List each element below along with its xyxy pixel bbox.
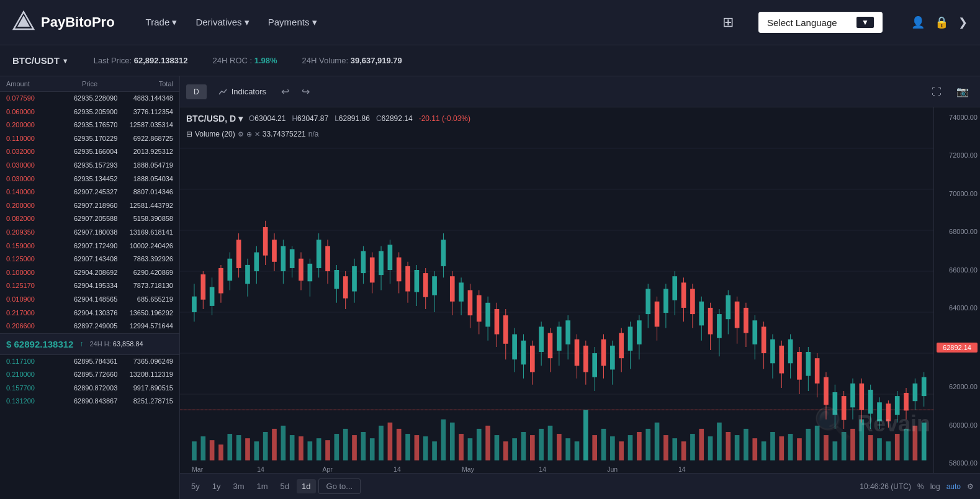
svg-rect-183: [583, 346, 588, 372]
language-selector[interactable]: Select Language ▼: [758, 12, 883, 33]
svg-rect-53: [565, 438, 570, 461]
svg-rect-42: [468, 438, 473, 461]
volume-label[interactable]: ⊟ Volume (20) ⚙ ⊕ ✕ 33.74375221 n/a: [186, 130, 318, 138]
buy-row[interactable]: 0.11710062895.7843617365.096249: [0, 355, 179, 369]
log-btn[interactable]: log: [930, 482, 940, 491]
svg-rect-27: [335, 434, 339, 461]
sell-row[interactable]: 0.10000062904.2086926290.420869: [0, 266, 179, 280]
svg-rect-49: [530, 435, 535, 461]
sell-row[interactable]: 0.20000062907.21896012581.443792: [0, 199, 179, 213]
svg-rect-66: [681, 441, 686, 460]
navbar: PayBitoPro Trade ▾ Derivatives ▾ Payment…: [0, 0, 980, 45]
svg-rect-233: [806, 352, 811, 376]
sell-row[interactable]: 0.20000062935.17657012587.035314: [0, 119, 179, 132]
timeframe-d-button[interactable]: D: [186, 84, 207, 99]
timeframe-1y[interactable]: 1y: [207, 479, 226, 493]
svg-rect-107: [245, 265, 250, 284]
svg-rect-83: [832, 441, 837, 460]
logo-icon: [12, 11, 35, 35]
sell-row[interactable]: 0.03000062935.1572931888.054719: [0, 159, 179, 173]
sell-row[interactable]: 0.20935062907.18003813169.618141: [0, 226, 179, 240]
chart-time: 10:46:26 (UTC): [860, 482, 911, 491]
buy-row[interactable]: 0.15770062890.8720039917.890515: [0, 382, 179, 395]
auto-btn[interactable]: auto: [946, 482, 961, 491]
svg-rect-109: [254, 253, 259, 271]
lang-label: Select Language: [767, 17, 837, 28]
nav-payments[interactable]: Payments ▾: [268, 17, 317, 28]
buy-row[interactable]: 0.13120062890.8438678251.278715: [0, 395, 179, 408]
sell-row[interactable]: 0.03000062935.1344521888.054034: [0, 173, 179, 186]
watermark-text: Revain: [857, 411, 930, 437]
24h-volume: 24H Volume: 39,637,919.79: [302, 56, 402, 65]
sell-row[interactable]: 0.15900062907.17249010002.240426: [0, 240, 179, 253]
svg-rect-99: [210, 287, 215, 305]
svg-rect-16: [236, 435, 241, 461]
timeframe-1d[interactable]: 1d: [297, 479, 315, 493]
chart-ohlc: O63004.21 H63047.87 L62891.86 C62892.14 …: [249, 114, 470, 123]
more-icon[interactable]: ❯: [958, 16, 968, 29]
svg-rect-31: [370, 438, 375, 461]
sell-row[interactable]: 0.01090062904.148565685.655219: [0, 293, 179, 307]
sell-row[interactable]: 0.03200062935.1660042013.925312: [0, 145, 179, 159]
svg-rect-175: [548, 333, 553, 359]
svg-rect-127: [335, 270, 339, 289]
svg-rect-35: [405, 434, 410, 461]
svg-rect-119: [299, 259, 303, 281]
grid-icon[interactable]: ⊞: [722, 14, 734, 30]
sell-row[interactable]: 0.20660062897.24900512994.571644: [0, 320, 179, 333]
watermark: 🔍 Revain: [814, 406, 930, 442]
timeframe-1m[interactable]: 1m: [252, 479, 273, 493]
sell-row[interactable]: 0.11000062935.1702296922.868725: [0, 132, 179, 146]
sell-row[interactable]: 0.07759062935.2280904883.144348: [0, 92, 179, 106]
nav-icons: 👤 🔒 ❯: [911, 16, 968, 29]
svg-rect-161: [485, 303, 490, 327]
svg-rect-18: [254, 441, 259, 460]
lock-icon[interactable]: 🔒: [935, 16, 948, 29]
sell-row[interactable]: 0.08200062907.2055885158.390858: [0, 212, 179, 226]
svg-rect-60: [628, 435, 633, 461]
svg-rect-191: [619, 333, 624, 359]
sell-row[interactable]: 0.21700062904.13037613650.196292: [0, 307, 179, 320]
chart-settings-icon[interactable]: ⚙: [967, 482, 974, 491]
vol-expand-icon[interactable]: ⊕: [246, 130, 252, 138]
timeframe-5y[interactable]: 5y: [186, 479, 205, 493]
svg-rect-11: [192, 441, 197, 460]
chart-pair-label[interactable]: BTC/USD, D ▾: [186, 114, 243, 124]
svg-rect-225: [770, 339, 775, 364]
svg-rect-41: [459, 434, 464, 461]
sell-row[interactable]: 0.12517062904.1953347873.718130: [0, 279, 179, 293]
buy-row[interactable]: 0.21000062895.77266013208.112319: [0, 368, 179, 382]
svg-rect-133: [361, 251, 366, 274]
percent-btn[interactable]: %: [917, 482, 924, 491]
timeframe-5d[interactable]: 5d: [276, 479, 294, 493]
user-icon[interactable]: 👤: [911, 16, 925, 29]
sell-row[interactable]: 0.12500062907.1434087863.392926: [0, 253, 179, 266]
svg-rect-23: [299, 436, 303, 461]
vol-close-icon[interactable]: ✕: [254, 130, 260, 138]
svg-rect-58: [610, 436, 615, 461]
price-level: 66000.00: [937, 266, 978, 274]
undo-button[interactable]: ↩: [277, 83, 293, 100]
price-level: 70000.00: [937, 190, 978, 197]
sell-row[interactable]: 0.14000062907.2453278807.014346: [0, 186, 179, 199]
svg-rect-193: [628, 326, 633, 351]
svg-rect-38: [432, 441, 437, 460]
fullscreen-button[interactable]: ⛶: [927, 84, 946, 100]
nav-derivatives[interactable]: Derivatives ▾: [196, 17, 249, 28]
svg-rect-151: [441, 240, 446, 266]
svg-rect-163: [495, 309, 500, 335]
trading-pair[interactable]: BTC/USDT ▼: [12, 55, 69, 66]
svg-rect-28: [343, 429, 348, 461]
vol-settings-icon[interactable]: ⚙: [238, 130, 244, 138]
goto-button[interactable]: Go to...: [318, 479, 361, 494]
svg-rect-21: [281, 426, 286, 461]
redo-button[interactable]: ↪: [298, 83, 313, 100]
svg-rect-165: [503, 315, 508, 344]
svg-rect-59: [619, 441, 624, 460]
sell-row[interactable]: 0.06000062935.2059003776.112354: [0, 106, 179, 119]
svg-rect-203: [672, 276, 677, 300]
timeframe-3m[interactable]: 3m: [228, 479, 249, 493]
screenshot-button[interactable]: 📷: [951, 83, 974, 100]
nav-trade[interactable]: Trade ▾: [146, 17, 178, 28]
indicators-button[interactable]: Volume (20) Indicators: [212, 84, 272, 100]
